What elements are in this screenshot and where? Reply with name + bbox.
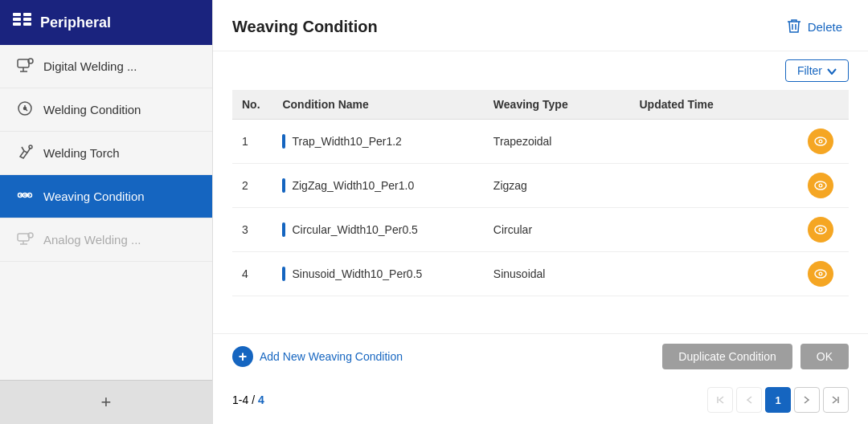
svg-rect-5 (23, 22, 31, 26)
bottom-bar: + Add New Weaving Condition Duplicate Co… (213, 333, 868, 379)
pagination-bar: 1-4 / 4 1 (213, 379, 868, 424)
svg-point-35 (819, 229, 821, 230)
page-range: 1-4 / 4 (232, 393, 264, 406)
plus-icon: + (101, 392, 112, 413)
ok-button[interactable]: OK (800, 344, 849, 369)
add-new-label: Add New Weaving Condition (260, 350, 403, 363)
view-button[interactable] (808, 128, 833, 154)
add-new-button[interactable]: + Add New Weaving Condition (232, 346, 403, 367)
svg-rect-1 (13, 18, 21, 21)
cell-action (792, 120, 849, 164)
duplicate-button[interactable]: Duplicate Condition (662, 344, 792, 369)
table-row: 3 Circular_Width10_Per0.5 Circular (232, 208, 849, 252)
col-header-action (792, 90, 849, 120)
color-bar (282, 134, 285, 149)
page-title: Weaving Condition (232, 18, 378, 36)
color-bar (282, 267, 285, 281)
main-content: Weaving Condition Delete Filter (213, 0, 868, 424)
cell-condition-name: Sinusoid_Width10_Per0.5 (272, 252, 483, 296)
cell-action (792, 252, 849, 296)
view-button[interactable] (808, 261, 833, 287)
col-header-type: Weaving Type (484, 90, 630, 120)
cell-updated-time (630, 120, 792, 164)
chevron-down-icon (827, 64, 837, 77)
sidebar-item-label: Digital Welding ... (43, 59, 137, 73)
svg-rect-0 (13, 13, 21, 16)
table-row: 2 ZigZag_Width10_Per1.0 Zigzag (232, 164, 849, 208)
sidebar: Peripheral Digital Welding ... (0, 0, 213, 424)
weaving-condition-table: No. Condition Name Weaving Type Updated … (232, 90, 849, 296)
cell-weaving-type: Trapezoidal (484, 120, 630, 164)
main-header: Weaving Condition Delete (213, 0, 868, 51)
cell-condition-name: Circular_Width10_Per0.5 (272, 208, 483, 252)
prev-page-button[interactable] (736, 387, 762, 413)
table-row: 1 Trap_Width10_Per1.2 Trapezoidal (232, 120, 849, 164)
filter-button[interactable]: Filter (785, 59, 849, 82)
view-button[interactable] (808, 173, 833, 198)
color-bar (282, 178, 285, 193)
cell-action (792, 164, 849, 208)
last-page-button[interactable] (823, 387, 849, 413)
cell-condition-name: ZigZag_Width10_Per1.0 (272, 164, 483, 208)
cell-weaving-type: Sinusoidal (484, 252, 630, 296)
sidebar-item-analog-welding: Analog Welding ... (0, 218, 212, 262)
pagination: 1 (707, 387, 849, 413)
trash-icon (787, 18, 801, 36)
table-container: No. Condition Name Weaving Type Updated … (213, 90, 868, 333)
welding-condition-icon (16, 100, 34, 120)
add-circle-icon: + (232, 346, 253, 367)
svg-rect-4 (23, 18, 31, 21)
view-button[interactable] (808, 217, 833, 243)
page-1-button[interactable]: 1 (765, 387, 791, 413)
analog-welding-icon (16, 230, 34, 250)
next-page-button[interactable] (794, 387, 820, 413)
condition-name-text: Circular_Width10_Per0.5 (292, 223, 417, 236)
svg-point-13 (24, 108, 27, 110)
delete-button[interactable]: Delete (780, 14, 849, 39)
sidebar-title: Peripheral (40, 14, 111, 31)
action-buttons: Duplicate Condition OK (662, 344, 849, 369)
sidebar-item-weaving-condition[interactable]: Weaving Condition (0, 175, 212, 218)
condition-name-text: ZigZag_Width10_Per1.0 (292, 179, 414, 192)
cell-no: 3 (232, 208, 272, 252)
svg-point-15 (29, 145, 32, 149)
weaving-condition-icon (16, 186, 34, 206)
col-header-condition: Condition Name (272, 90, 483, 120)
welding-torch-icon (16, 143, 34, 163)
first-page-button[interactable] (707, 387, 733, 413)
page-range-text: 1-4 / 4 (232, 393, 264, 406)
sidebar-item-digital-welding[interactable]: Digital Welding ... (0, 45, 212, 88)
cell-no: 4 (232, 252, 272, 296)
cell-weaving-type: Zigzag (484, 164, 630, 208)
cell-updated-time (630, 208, 792, 252)
cell-action (792, 208, 849, 252)
col-header-updated: Updated Time (630, 90, 792, 120)
sidebar-add-button[interactable]: + (0, 380, 212, 424)
grid-icon (13, 13, 32, 33)
filter-label: Filter (797, 64, 822, 77)
svg-point-29 (819, 141, 821, 142)
col-header-no: No. (232, 90, 272, 120)
cell-no: 2 (232, 164, 272, 208)
cell-updated-time (630, 252, 792, 296)
condition-name-text: Sinusoid_Width10_Per0.5 (292, 267, 422, 280)
filter-bar: Filter (213, 51, 868, 90)
delete-label: Delete (808, 20, 842, 34)
cell-weaving-type: Circular (484, 208, 630, 252)
sidebar-item-welding-condition[interactable]: Welding Condition (0, 88, 212, 132)
svg-rect-6 (18, 59, 29, 67)
sidebar-item-label: Welding Condition (43, 103, 141, 116)
sidebar-item-label: Welding Torch (43, 146, 120, 160)
svg-line-16 (22, 147, 24, 151)
cell-updated-time (630, 164, 792, 208)
sidebar-item-label: Weaving Condition (43, 190, 145, 203)
sidebar-item-label: Analog Welding ... (43, 233, 141, 247)
svg-point-32 (819, 185, 821, 186)
sidebar-item-welding-torch[interactable]: Welding Torch (0, 132, 212, 175)
svg-rect-2 (13, 22, 21, 26)
svg-rect-3 (23, 13, 31, 16)
svg-rect-21 (18, 234, 29, 241)
color-bar (282, 222, 285, 237)
svg-point-38 (819, 273, 821, 275)
sidebar-header: Peripheral (0, 0, 212, 45)
